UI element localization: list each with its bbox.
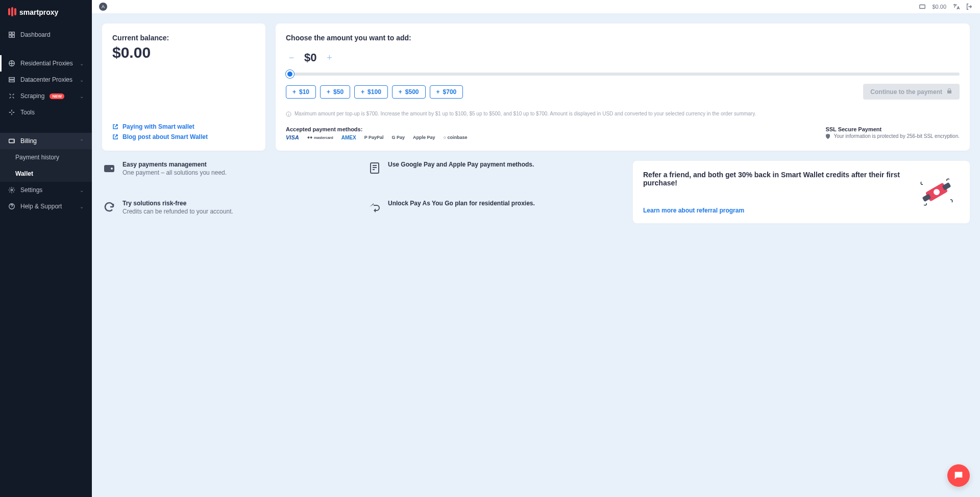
svg-text:$: $ [375, 205, 378, 209]
sidebar-item-scraping[interactable]: Scraping NEW ⌄ [0, 88, 92, 104]
feature-title: Unlock Pay As You Go plan for residentia… [388, 200, 535, 207]
sidebar-item-label: Settings [20, 186, 42, 194]
chevron-down-icon: ⌄ [80, 77, 84, 83]
topbar-balance: $0.00 [932, 4, 946, 10]
help-icon [8, 203, 15, 210]
sidebar-item-dashboard[interactable]: Dashboard [0, 27, 92, 43]
accepted-methods-title: Accepted payment methods: [286, 126, 468, 132]
plus-icon: + [292, 88, 296, 96]
coinbase-logo: ○ coinbase [444, 135, 468, 140]
svg-rect-10 [920, 5, 925, 9]
chevron-up-icon: ⌃ [80, 138, 84, 144]
refresh-icon [102, 200, 116, 214]
svg-point-8 [11, 189, 13, 191]
svg-rect-0 [9, 32, 11, 34]
chevron-down-icon: ⌄ [80, 204, 84, 209]
decrease-amount-button[interactable]: − [286, 52, 297, 63]
svg-rect-3 [12, 35, 14, 37]
feature-title: Try solutions risk-free [122, 200, 233, 207]
chat-button[interactable] [947, 464, 970, 487]
card-icon [368, 161, 382, 175]
quick-label: $100 [368, 88, 381, 96]
applepay-logo: Apple Pay [413, 135, 435, 140]
quick-amount-100[interactable]: +$100 [354, 85, 388, 99]
lock-icon [946, 88, 952, 96]
amount-slider[interactable] [286, 73, 960, 76]
external-link-icon [112, 134, 118, 140]
ssl-title: SSL Secure Payment [825, 126, 960, 132]
feature-desc: Credits can be refunded to your account. [122, 208, 233, 215]
wallet-icon [8, 137, 15, 145]
dollar-arrow-icon: $ [368, 200, 382, 214]
sidebar-item-residential[interactable]: Residential Proxies ⌄ [0, 55, 92, 72]
avatar-initial: A [102, 4, 105, 9]
feature-title: Easy payments management [122, 161, 227, 168]
plus-icon: + [361, 88, 364, 96]
quick-amount-50[interactable]: +$50 [320, 85, 350, 99]
continue-payment-button[interactable]: Continue to the payment [863, 84, 960, 100]
svg-rect-6 [9, 80, 15, 82]
mastercard-logo: ●● mastercard [307, 135, 333, 140]
avatar[interactable]: A [99, 3, 107, 11]
sidebar-item-tools[interactable]: Tools [0, 104, 92, 121]
referral-illustration [914, 169, 960, 215]
quick-amount-500[interactable]: +$500 [392, 85, 426, 99]
logo-icon [8, 8, 16, 16]
sidebar-item-payment-history[interactable]: Payment history [0, 149, 92, 165]
payment-logos: VISA ●● mastercard AMEX P PayPal G Pay A… [286, 134, 468, 140]
plus-icon: + [327, 88, 330, 96]
referral-card: Refer a friend, and both get 30% back in… [633, 161, 970, 223]
referral-link[interactable]: Learn more about referral program [643, 207, 744, 214]
sidebar-item-billing[interactable]: Billing ⌃ [0, 133, 92, 149]
logout-icon[interactable] [966, 3, 973, 10]
shield-icon [825, 134, 830, 139]
slider-thumb[interactable] [286, 70, 294, 78]
language-icon[interactable] [952, 3, 960, 10]
wallet-icon[interactable] [919, 3, 926, 10]
proxy-icon [8, 60, 15, 67]
feature-desc: One payment – all solutions you need. [122, 169, 227, 176]
button-label: Continue to the payment [870, 88, 942, 96]
topup-title: Choose the amount you want to add: [286, 34, 960, 42]
quick-amount-700[interactable]: +$700 [430, 85, 463, 99]
feature-payg: $ Unlock Pay As You Go plan for resident… [368, 200, 623, 223]
increase-amount-button[interactable]: + [324, 52, 335, 63]
quick-label: $500 [405, 88, 419, 96]
gear-icon [8, 186, 15, 194]
link-label: Paying with Smart wallet [122, 123, 194, 130]
info-icon [286, 111, 291, 117]
svg-point-13 [111, 168, 113, 170]
balance-title: Current balance: [112, 34, 255, 42]
plus-icon: + [399, 88, 402, 96]
feature-easy-payments: Easy payments management One payment – a… [102, 161, 357, 184]
link-paying-smart-wallet[interactable]: Paying with Smart wallet [112, 123, 255, 130]
sidebar-item-settings[interactable]: Settings ⌄ [0, 182, 92, 198]
sidebar-item-label: Datacenter Proxies [20, 76, 72, 83]
feature-title: Use Google Pay and Apple Pay payment met… [388, 161, 534, 168]
tools-icon [8, 109, 15, 116]
sidebar-item-datacenter[interactable]: Datacenter Proxies ⌄ [0, 72, 92, 88]
topbar: A $0.00 [92, 0, 980, 13]
external-link-icon [112, 124, 118, 130]
dashboard-icon [8, 31, 15, 38]
amex-logo: AMEX [341, 135, 356, 140]
sidebar-item-label: Payment history [15, 154, 59, 161]
referral-title: Refer a friend, and both get 30% back in… [643, 171, 903, 187]
brand-text: smartproxy [19, 8, 58, 16]
sidebar-item-wallet[interactable]: Wallet [0, 165, 92, 182]
balance-card: Current balance: $0.00 Paying with Smart… [102, 23, 265, 151]
sidebar-item-help[interactable]: Help & Support ⌄ [0, 198, 92, 215]
topup-card: Choose the amount you want to add: − $0 … [276, 23, 970, 151]
svg-rect-2 [9, 35, 11, 37]
logo[interactable]: smartproxy [0, 0, 92, 25]
svg-rect-5 [9, 78, 15, 80]
server-icon [8, 76, 15, 83]
sidebar-item-label: Help & Support [20, 203, 62, 210]
quick-amount-10[interactable]: +$10 [286, 85, 316, 99]
link-blog-smart-wallet[interactable]: Blog post about Smart Wallet [112, 133, 255, 140]
quick-label: $10 [299, 88, 309, 96]
svg-rect-1 [12, 32, 14, 34]
sidebar: smartproxy Dashboard Residential Proxies… [0, 0, 92, 497]
quick-label: $50 [333, 88, 344, 96]
chevron-down-icon: ⌄ [80, 187, 84, 193]
